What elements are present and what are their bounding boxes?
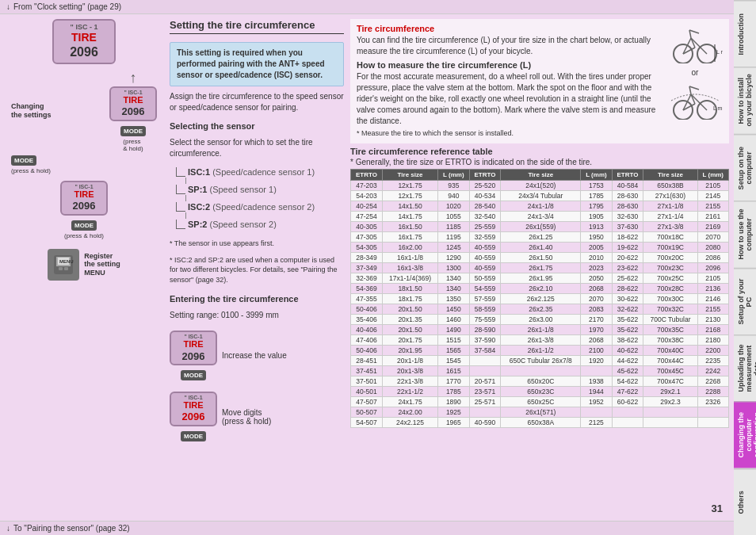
tree-connector — [185, 178, 344, 184]
tab-how-to-install-on-your-bicycle[interactable]: How to install on your bicycle — [734, 67, 756, 133]
table-cell: 700x30C — [643, 293, 697, 304]
table-cell: 2125 — [581, 417, 612, 427]
table-cell: 1890 — [438, 396, 469, 407]
table-cell: 50-406 — [351, 345, 383, 355]
svg-rect-4 — [59, 267, 63, 270]
table-cell: 2242 — [697, 365, 728, 376]
table-cell: 40-501 — [351, 386, 383, 396]
table-cell: 25-559 — [469, 221, 501, 231]
table-cell: 2169 — [697, 221, 728, 231]
bike-svg-bot: L mm — [667, 80, 723, 120]
table-cell: 47-305 — [351, 231, 383, 242]
tab-setup-on-the-computer[interactable]: Setup on the computer — [734, 134, 756, 201]
table-row: 37-34916x1-3/8130040-55926x1.75202323-62… — [351, 262, 729, 273]
table-cell: 54-622 — [612, 376, 643, 386]
table-cell: 1938 — [581, 376, 612, 386]
table-cell: 650x25C — [501, 396, 581, 407]
tab-introduction[interactable]: Introduction — [734, 0, 756, 67]
sensor-isc1-row: ISC:1 (Speed/cadence sensor 1) — [176, 167, 344, 177]
table-cell: 18x1.50 — [382, 283, 437, 293]
table-cell: 1795 — [581, 201, 612, 211]
or-text: or — [692, 68, 699, 77]
table-cell: 22x1-1/2 — [382, 386, 437, 396]
table-cell: 54-305 — [351, 242, 383, 252]
tire-info: Tire circumference You can find the tire… — [350, 19, 729, 143]
sensor-isc2-row: ISC:2 (Speed/cadence sensor 2) — [176, 202, 344, 212]
table-cell: 26x1.50 — [501, 252, 581, 262]
table-cell: 1970 — [581, 324, 612, 334]
table-cell: 1785 — [581, 190, 612, 201]
table-row: 40-50122x1-1/2178523-571650x23C194447-62… — [351, 386, 729, 396]
sensor-tree: ISC:1 (Speed/cadence sensor 1) SP:1 (Spe… — [170, 166, 344, 230]
table-row: 40-40620x1.50149028-59026x1-1/8197035-62… — [351, 324, 729, 334]
table-row: 47-40620x1.75151537-59026x1-3/8206838-62… — [351, 334, 729, 345]
table-cell: 1925 — [438, 407, 469, 417]
table-cell — [697, 407, 728, 417]
table-cell: 1770 — [438, 376, 469, 386]
table-cell: 20x1.75 — [382, 334, 437, 345]
mode-btn-left[interactable]: MODE — [11, 155, 36, 166]
table-cell: 24x2.00 — [382, 407, 437, 417]
table-cell: 2200 — [697, 345, 728, 355]
table-cell: 1490 — [438, 324, 469, 334]
table-cell: 2010 — [581, 252, 612, 262]
table-cell: 40-534 — [469, 190, 501, 201]
table-cell: 2168 — [697, 324, 728, 334]
table-cell: 27x1-3/8 — [643, 221, 697, 231]
mode-btn-bot[interactable]: MODE — [71, 220, 97, 231]
table-cell: 1565 — [438, 345, 469, 355]
table-cell: 2155 — [697, 201, 728, 211]
highlight-box: This setting is required when you perfor… — [170, 42, 344, 86]
tab-how-to-use-the-computer[interactable]: How to use the computer — [734, 201, 756, 267]
mode-btn-entering-2[interactable]: MODE — [181, 431, 206, 441]
svg-line-22 — [689, 86, 691, 94]
arrow-up-icon: ↑ — [130, 71, 137, 85]
table-cell: 32-369 — [351, 273, 383, 283]
table-cell: 2086 — [697, 252, 728, 262]
sensor-sp1-row: SP:1 (Speed sensor 1) — [176, 185, 344, 194]
table-cell: 37-590 — [469, 334, 501, 345]
table-row: 28-45120x1-1/81545650C Tubular 26x7/8192… — [351, 355, 729, 365]
table-cell: 14x1.75 — [382, 211, 437, 221]
mode-btn-entering[interactable]: MODE — [181, 370, 206, 380]
table-cell: 1340 — [438, 273, 469, 283]
menu-icon: MENU — [48, 249, 79, 281]
table-cell: 26x1.40 — [501, 242, 581, 252]
tab-setup-of-your-pc[interactable]: Setup of your PC — [734, 268, 756, 334]
table-cell: 20x1.95 — [382, 345, 437, 355]
table-cell: 1965 — [438, 417, 469, 427]
table-cell: 14x1.50 — [382, 201, 437, 211]
mode-label-left: (press & hold) — [11, 167, 51, 174]
table-cell: 40-406 — [351, 324, 383, 334]
table-cell: 700x45C — [643, 365, 697, 376]
mode-btn-mid[interactable]: MODE — [120, 126, 146, 136]
table-cell: 37-501 — [351, 376, 383, 386]
isc1-label: ISC:1 — [188, 167, 210, 177]
table-cell: 20-571 — [469, 376, 501, 386]
table-cell: 1545 — [438, 355, 469, 365]
table-cell: 2023 — [581, 262, 612, 273]
table-cell: 26x1.25 — [501, 231, 581, 242]
changing-label: Changingthe settings — [11, 102, 52, 120]
table-cell: 2105 — [697, 273, 728, 283]
th-lmm-1: L (mm) — [438, 169, 469, 180]
tab-others[interactable]: Others — [734, 468, 756, 535]
tire-body: You can find the tire circumference (L) … — [357, 35, 656, 57]
tab-changing-the-computer-configuration[interactable]: Changing the computer configuration — [734, 401, 756, 468]
table-cell: 2235 — [697, 355, 728, 365]
table-cell: 40-559 — [469, 262, 501, 273]
mode-label-mid: (press& hold) — [123, 138, 143, 152]
table-cell: 16x1.75 — [382, 231, 437, 242]
tab-uploading-the-measurement-data[interactable]: Uploading the measurement data — [734, 334, 756, 401]
table-cell: 27x1-1/8 — [643, 201, 697, 211]
measure-title: How to measure the tire circumference (L… — [357, 60, 656, 70]
th-lmm-3: L (mm) — [697, 169, 728, 180]
table-cell: 37-451 — [351, 365, 383, 376]
breadcrumb-top: ↓ From "Clock setting" (page 29) — [0, 0, 734, 14]
table-cell: 26x1-1/2 — [501, 345, 581, 355]
selecting-sensor-desc: Select the sensor for which to set the t… — [170, 137, 344, 159]
device-display-mid: " ISC-1 TIRE 2096 — [109, 86, 157, 121]
th-tiresize-1: Tire size — [382, 169, 437, 180]
table-row: 50-50724x2.00192526x1(571) — [351, 407, 729, 417]
table-cell: 20x1.50 — [382, 304, 437, 314]
